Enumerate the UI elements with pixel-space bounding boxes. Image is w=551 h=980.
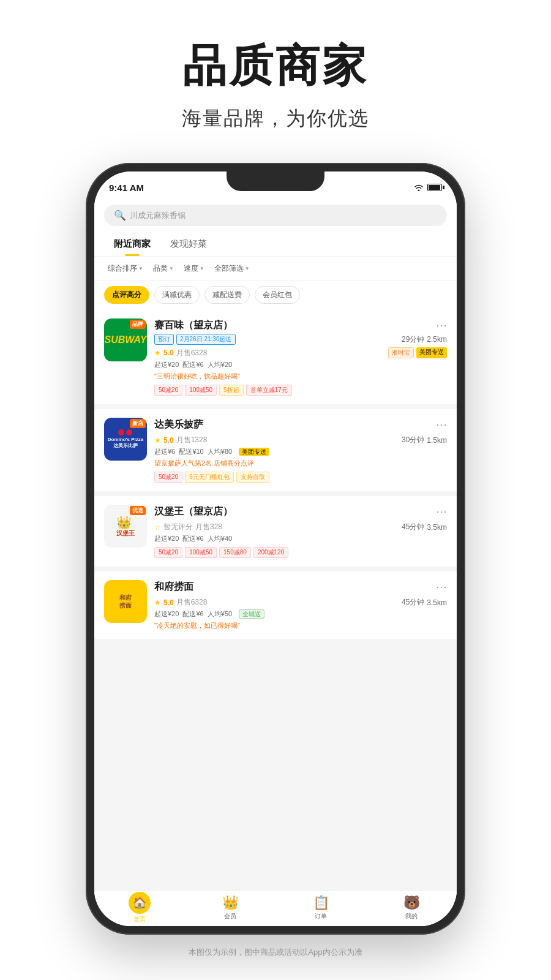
nav-member[interactable]: 👑 会员 xyxy=(185,891,276,924)
monthly-sales: 月售1328 xyxy=(176,435,208,445)
profile-icon: 🐻 xyxy=(403,895,420,911)
meituan-badge: 美团专送 xyxy=(416,347,447,358)
member-icon: 👑 xyxy=(222,895,239,911)
brand-badge: 品牌 xyxy=(130,320,146,329)
new-badge: 新店 xyxy=(130,419,146,428)
more-icon[interactable]: ⋯ xyxy=(436,418,447,431)
page-title: 品质商家 xyxy=(182,37,369,96)
nav-profile[interactable]: 🐻 我的 xyxy=(366,891,457,924)
rating-value: 5.0 xyxy=(163,598,174,607)
discount-tag: 150减80 xyxy=(219,547,251,558)
phone-mockup: 9:41 AM 🔍 xyxy=(86,163,465,935)
nav-member-label: 会员 xyxy=(224,912,236,921)
app-content: 🔍 川成元麻辣香锅 附近商家 发现好菜 综合排序 xyxy=(94,198,457,926)
tag-discount[interactable]: 满减优惠 xyxy=(154,286,200,304)
zhunshi-badge: 准时宝 xyxy=(388,347,414,358)
discount-tag: 50减20 xyxy=(154,385,182,396)
phone-frame: 9:41 AM 🔍 xyxy=(86,163,465,935)
review-text: "冷天绝的安慰，如已得好喝" xyxy=(154,621,447,630)
wifi-icon xyxy=(414,184,424,191)
tab-nearby-merchants[interactable]: 附近商家 xyxy=(104,232,160,256)
monthly-sales: 月售6328 xyxy=(176,597,208,608)
discount-tags: 50减20 6元无门槛红包 支持自取 xyxy=(154,472,447,483)
meituan-badge: 美团专送 xyxy=(239,448,269,456)
star-icon: ★ xyxy=(154,349,161,357)
battery-icon xyxy=(427,184,442,191)
nav-orders[interactable]: 📋 订单 xyxy=(276,891,366,924)
search-placeholder: 川成元麻辣香锅 xyxy=(130,210,186,221)
nav-home[interactable]: 🏠 首页 xyxy=(94,891,185,924)
delivery-distance: 3.5km xyxy=(427,598,447,607)
home-icon: 🏠 xyxy=(133,896,146,910)
merchant-list: SUBWAY 品牌 赛百味（望京店） ⋯ 预订 2月26日 2 xyxy=(94,310,457,891)
more-icon[interactable]: ⋯ xyxy=(436,318,447,332)
search-bar[interactable]: 🔍 川成元麻辣香锅 xyxy=(94,198,457,232)
search-icon: 🔍 xyxy=(114,209,126,221)
merchant-logo-burgerking: 👑 汉堡王 优选 xyxy=(104,505,147,548)
discount-tag: 100减50 xyxy=(185,547,217,558)
monthly-sales: 月售328 xyxy=(195,522,222,532)
tag-free-delivery[interactable]: 减配送费 xyxy=(204,286,250,304)
filter-speed[interactable]: 速度 ▼ xyxy=(180,262,208,276)
schedule-badge: 预订 xyxy=(154,334,174,345)
discount-tag: 50减20 xyxy=(154,472,182,483)
filter-all[interactable]: 全部筛选 ▼ xyxy=(211,262,253,276)
nav-home-label: 首页 xyxy=(133,915,146,924)
select-badge: 优选 xyxy=(130,506,146,515)
tag-member-coupon[interactable]: 会员红包 xyxy=(255,286,300,304)
quancheng-badge: 全城送 xyxy=(239,609,264,619)
phone-screen: 9:41 AM 🔍 xyxy=(94,172,457,926)
star-icon: ★ xyxy=(154,436,161,445)
orders-icon: 📋 xyxy=(313,895,329,911)
merchant-name: 达美乐披萨 xyxy=(154,418,203,431)
tag-row: 点评高分 满减优惠 减配送费 会员红包 xyxy=(94,281,457,310)
star-icon: ☆ xyxy=(154,523,161,532)
page-header: 品质商家 海量品牌，为你优选 xyxy=(182,37,369,132)
star-icon: ★ xyxy=(154,598,161,607)
price-info: 起送¥6 配送¥10 人均¥80 美团专送 xyxy=(154,447,447,456)
phone-notch xyxy=(227,172,324,191)
merchant-logo-hefu: 和府捞面 xyxy=(104,580,147,623)
schedule-date: 2月26日 21:30起送 xyxy=(176,334,236,345)
merchant-logo-dominos: Domino's Pizza 达美乐比萨 新店 xyxy=(104,418,147,461)
merchant-card-hefu[interactable]: 和府捞面 和府捞面 ⋯ ★ 5.0 月售6328 xyxy=(94,571,457,639)
discount-tag: 100减50 xyxy=(185,385,217,396)
page-subtitle: 海量品牌，为你优选 xyxy=(182,105,369,132)
status-icons xyxy=(414,184,442,191)
chevron-down-icon: ▼ xyxy=(200,266,204,271)
no-rating: 暂无评分 xyxy=(163,522,193,532)
tag-high-rating[interactable]: 点评高分 xyxy=(104,286,149,304)
discount-tag: 6元无门槛红包 xyxy=(185,472,234,483)
filter-category[interactable]: 品类 ▼ xyxy=(149,262,178,276)
more-icon[interactable]: ⋯ xyxy=(436,505,447,518)
review-text: "三明治很好吃，饮品超好喝" xyxy=(154,372,447,381)
tab-discover-food[interactable]: 发现好菜 xyxy=(160,232,217,256)
discount-tag: 50减20 xyxy=(154,547,182,558)
merchant-card-dominos[interactable]: Domino's Pizza 达美乐比萨 新店 达美乐披萨 ⋯ xyxy=(94,409,457,491)
discount-tag: 首单立减17元 xyxy=(246,385,292,396)
price-info: 起送¥20 配送¥6 人均¥50 全城送 xyxy=(154,609,447,619)
tabs-row: 附近商家 发现好菜 xyxy=(94,232,457,257)
filter-row: 综合排序 ▼ 品类 ▼ 速度 ▼ 全部筛选 ▼ xyxy=(94,257,457,281)
delivery-time: 29分钟 xyxy=(402,334,424,345)
filter-sort[interactable]: 综合排序 ▼ xyxy=(104,262,147,276)
delivery-distance: 2.5km xyxy=(427,335,447,344)
merchant-logo-subway: SUBWAY 品牌 xyxy=(104,318,147,361)
discount-tags: 50减20 100减50 150减80 200减120 xyxy=(154,547,447,558)
monthly-sales: 月售6328 xyxy=(176,348,208,358)
delivery-time: 45分钟 xyxy=(402,597,424,608)
delivery-distance: 3.5km xyxy=(427,523,447,532)
discount-tags: 50减20 100减50 5折起 首单立减17元 xyxy=(154,385,447,396)
more-icon[interactable]: ⋯ xyxy=(436,580,447,594)
delivery-time: 30分钟 xyxy=(402,435,424,445)
delivery-distance: 1.5km xyxy=(427,436,447,445)
nav-orders-label: 订单 xyxy=(315,912,327,921)
price-info: 起送¥20 配送¥6 人均¥40 xyxy=(154,534,447,543)
nav-profile-label: 我的 xyxy=(405,912,418,921)
discount-tag: 支持自取 xyxy=(236,472,269,483)
merchant-name: 汉堡王（望京店） xyxy=(154,505,233,518)
merchant-card-burgerking[interactable]: 👑 汉堡王 优选 汉堡王（望京店） ⋯ xyxy=(94,496,457,567)
chevron-down-icon: ▼ xyxy=(245,266,250,271)
merchant-card-subway[interactable]: SUBWAY 品牌 赛百味（望京店） ⋯ 预订 2月26日 2 xyxy=(94,310,457,404)
chevron-down-icon: ▼ xyxy=(169,266,174,271)
